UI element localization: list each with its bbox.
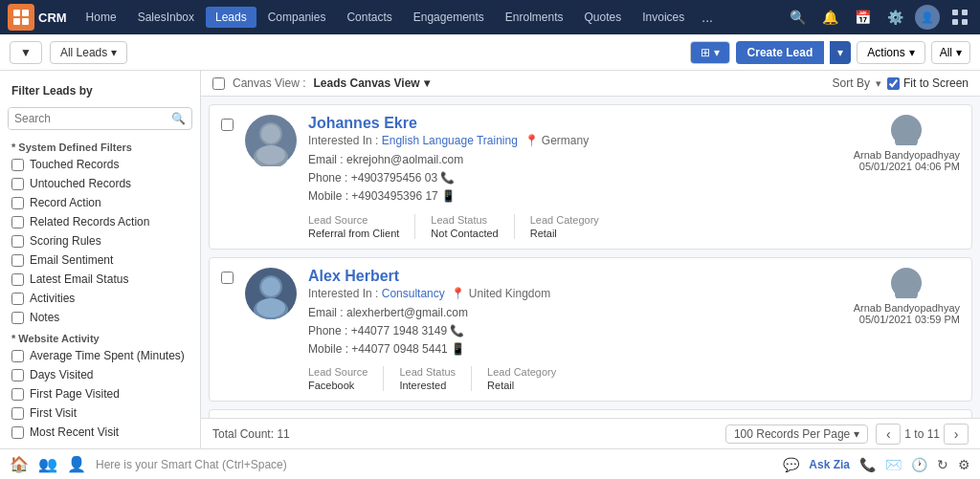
all-chevron: ▾ — [956, 46, 962, 59]
fit-to-screen-checkbox[interactable] — [887, 77, 900, 90]
lead-0-owner-avatar — [891, 115, 922, 145]
actions-button[interactable]: Actions ▾ — [857, 41, 924, 64]
nav-invoices[interactable]: Invoices — [633, 7, 694, 28]
lead-1-meta: Lead Source Facebook Lead Status Interes… — [308, 366, 842, 391]
nav-companies[interactable]: Companies — [258, 7, 336, 28]
search-icon[interactable]: 🔍 — [785, 5, 810, 30]
select-all-checkbox[interactable] — [212, 77, 225, 90]
lead-1-checkbox[interactable] — [221, 272, 234, 284]
user-avatar[interactable]: 👤 — [915, 5, 940, 30]
untouched-records-checkbox[interactable] — [11, 178, 24, 190]
latest-email-status-checkbox[interactable] — [11, 273, 24, 286]
records-per-page-select[interactable]: 100 Records Per Page ▾ — [725, 425, 868, 444]
next-page-button[interactable]: › — [944, 424, 969, 445]
settings-bottom-icon[interactable]: ⚙ — [958, 457, 970, 472]
record-action-checkbox[interactable] — [11, 197, 24, 209]
svg-rect-1 — [22, 10, 29, 16]
first-page-visited-label: First Page Visited — [30, 387, 120, 401]
calendar-icon[interactable]: 📅 — [850, 5, 875, 30]
lead-1-name[interactable]: Alex Herbert — [308, 268, 842, 285]
create-lead-button[interactable]: Create Lead — [736, 41, 825, 64]
lead-1-contact: Email : alexherbert@gmail.com Phone : +4… — [308, 304, 842, 359]
sidebar-item-record-action[interactable]: Record Action — [0, 193, 200, 212]
sidebar-item-touched-records[interactable]: Touched Records — [0, 155, 200, 174]
nav-home[interactable]: Home — [77, 7, 126, 28]
grid-view-btn[interactable]: ⊞ ▾ — [691, 42, 729, 63]
lead-card-1: Alex Herbert Interested In : Consultancy… — [209, 257, 972, 403]
settings-icon[interactable]: ⚙️ — [882, 5, 907, 30]
sidebar-item-email-sentiment[interactable]: Email Sentiment — [0, 250, 200, 270]
sidebar-item-most-recent-visit[interactable]: Most Recent Visit — [0, 423, 200, 442]
most-recent-visit-checkbox[interactable] — [11, 426, 24, 439]
canvas-view-select[interactable]: Leads Canvas View ▾ — [313, 76, 429, 90]
days-visited-checkbox[interactable] — [11, 369, 24, 381]
refresh-bottom-icon[interactable]: ↻ — [937, 457, 948, 472]
notes-label: Notes — [30, 311, 59, 324]
related-records-action-checkbox[interactable] — [11, 216, 24, 229]
lead-1-phone: +44077 1948 3149 — [351, 324, 447, 337]
search-icon[interactable]: 🔍 — [166, 108, 191, 129]
lead-0-owner: Arnab Bandyopadhyay 05/01/2021 04:06 PM — [854, 115, 960, 172]
nav-engagements[interactable]: Engagements — [404, 7, 494, 28]
apps-grid-icon[interactable] — [947, 5, 972, 30]
clock-bottom-icon[interactable]: 🕐 — [911, 457, 927, 472]
lead-1-owner-name: Arnab Bandyopadhyay — [854, 302, 960, 314]
lead-0-interested-value[interactable]: English Language Training — [382, 134, 518, 147]
prev-page-button[interactable]: ‹ — [876, 424, 901, 445]
phone-bottom-icon[interactable]: 📞 — [859, 457, 876, 472]
sidebar-item-notes[interactable]: Notes — [0, 308, 200, 327]
create-lead-dropdown-button[interactable]: ▾ — [830, 41, 851, 64]
email-sentiment-checkbox[interactable] — [11, 254, 24, 267]
records-per-page-chevron: ▾ — [854, 427, 859, 441]
scoring-rules-checkbox[interactable] — [11, 235, 24, 248]
sidebar-item-untouched-records[interactable]: Untouched Records — [0, 174, 200, 193]
touched-records-checkbox[interactable] — [11, 159, 24, 171]
search-input[interactable] — [9, 108, 166, 129]
nav-more[interactable]: ... — [696, 10, 719, 25]
sidebar: Filter Leads by 🔍 * System Defined Filte… — [0, 71, 201, 448]
sidebar-item-scoring-rules[interactable]: Scoring Rules — [0, 231, 200, 250]
all-button[interactable]: All ▾ — [931, 41, 970, 64]
nav-leads[interactable]: Leads — [206, 7, 256, 28]
sidebar-item-days-visited[interactable]: Days Visited — [0, 365, 200, 384]
lead-1-avatar — [245, 268, 297, 319]
sidebar-item-related-records-action[interactable]: Related Records Action — [0, 212, 200, 231]
all-leads-label: All Leads — [60, 46, 107, 59]
sidebar-item-avg-time[interactable]: Average Time Spent (Minutes) — [0, 346, 200, 365]
lead-0-owner-name: Arnab Bandyopadhyay — [854, 149, 960, 161]
nav-contacts[interactable]: Contacts — [337, 7, 401, 28]
sidebar-item-latest-email-status[interactable]: Latest Email Status — [0, 270, 200, 289]
filter-button[interactable]: ▼ — [10, 41, 42, 64]
filter-icon: ▼ — [20, 46, 32, 59]
notes-checkbox[interactable] — [11, 312, 24, 324]
chat-bottom-icon[interactable]: 💬 — [783, 457, 799, 472]
nav-enrolments[interactable]: Enrolments — [496, 7, 573, 28]
ask-zia-label[interactable]: Ask Zia — [809, 458, 850, 471]
svg-point-16 — [261, 277, 280, 296]
all-leads-button[interactable]: All Leads ▾ — [50, 41, 127, 64]
home-bottom-icon[interactable]: 🏠 — [10, 455, 29, 473]
bottom-bar: 🏠 👥 👤 Here is your Smart Chat (Ctrl+Spac… — [0, 448, 980, 479]
sidebar-item-first-visit[interactable]: First Visit — [0, 403, 200, 423]
nav-salesinbox[interactable]: SalesInbox — [128, 7, 204, 28]
lead-1-interested-value[interactable]: Consultancy — [382, 287, 445, 300]
svg-rect-3 — [22, 18, 29, 25]
sidebar-item-first-page-visited[interactable]: First Page Visited — [0, 384, 200, 403]
notification-icon[interactable]: 🔔 — [817, 5, 842, 30]
message-bottom-icon[interactable]: ✉️ — [885, 457, 902, 472]
contacts-bottom-icon[interactable]: 👥 — [38, 455, 57, 473]
lead-1-interested: Interested In : Consultancy 📍 United Kin… — [308, 287, 842, 300]
scoring-rules-label: Scoring Rules — [30, 234, 101, 248]
lead-0-checkbox[interactable] — [221, 119, 234, 131]
first-visit-checkbox[interactable] — [11, 407, 24, 420]
svg-point-13 — [895, 134, 918, 145]
lead-0-name[interactable]: Johannes Ekre — [308, 115, 842, 132]
sidebar-item-activities[interactable]: Activities — [0, 289, 200, 308]
first-page-visited-checkbox[interactable] — [11, 388, 24, 401]
system-defined-section-label: * System Defined Filters — [0, 138, 200, 155]
nav-quotes[interactable]: Quotes — [575, 7, 632, 28]
activities-checkbox[interactable] — [11, 293, 24, 305]
user-bottom-icon[interactable]: 👤 — [67, 455, 86, 473]
avg-time-checkbox[interactable] — [11, 350, 24, 362]
svg-rect-6 — [952, 19, 958, 25]
